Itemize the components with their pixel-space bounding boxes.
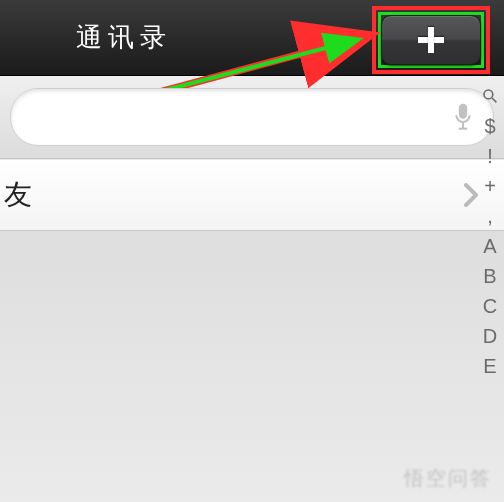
index-item[interactable]: + bbox=[484, 174, 496, 198]
search-input[interactable] bbox=[31, 106, 453, 129]
empty-area bbox=[0, 231, 504, 502]
svg-rect-4 bbox=[459, 104, 467, 119]
contact-list: 友 bbox=[0, 159, 504, 231]
index-item[interactable]: ! bbox=[487, 144, 493, 168]
search-section bbox=[0, 76, 504, 159]
chevron-right-icon bbox=[462, 181, 480, 209]
page-title: 通讯录 bbox=[76, 20, 172, 55]
annotation-highlight-inner bbox=[378, 12, 484, 68]
watermark: 悟空问答 bbox=[404, 465, 492, 492]
microphone-icon[interactable] bbox=[453, 102, 473, 132]
svg-point-7 bbox=[484, 90, 493, 99]
index-item[interactable]: $ bbox=[484, 114, 495, 138]
add-button[interactable] bbox=[381, 15, 481, 65]
list-item-label: 友 bbox=[4, 176, 462, 214]
search-box[interactable] bbox=[10, 88, 494, 146]
plus-icon bbox=[418, 27, 444, 53]
alpha-index[interactable]: $ ! + , A B C D E bbox=[482, 84, 498, 378]
index-item[interactable]: E bbox=[483, 354, 496, 378]
header-bar: 通讯录 bbox=[0, 0, 504, 76]
index-item[interactable]: C bbox=[483, 294, 497, 318]
index-item[interactable]: D bbox=[483, 324, 497, 348]
svg-line-8 bbox=[492, 98, 496, 102]
index-search-icon[interactable] bbox=[482, 84, 498, 108]
index-item[interactable]: A bbox=[483, 234, 496, 258]
annotation-highlight-box bbox=[372, 6, 490, 74]
list-item[interactable]: 友 bbox=[0, 159, 504, 231]
index-item[interactable]: B bbox=[483, 264, 496, 288]
index-item[interactable]: , bbox=[487, 204, 493, 228]
